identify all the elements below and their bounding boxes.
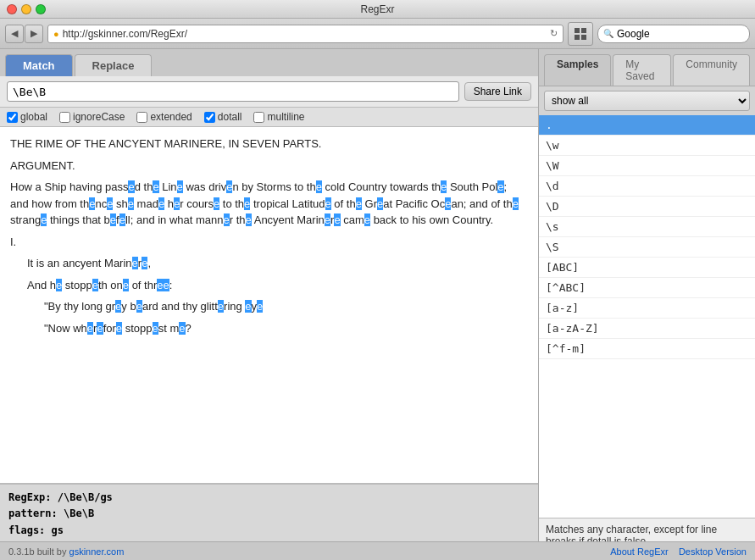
text-area[interactable]: THE RIME OF THE ANCYENT MARINERE, IN SEV…	[0, 127, 538, 484]
status-pattern: pattern: \Be\B	[8, 506, 530, 522]
flags-row: global ignoreCase extended dotall multil…	[0, 108, 538, 127]
bottom-bar: 0.3.1b built by gskinner.com About RegEx…	[0, 541, 755, 560]
global-checkbox[interactable]	[7, 112, 18, 123]
desktop-link[interactable]: Desktop Version	[679, 546, 747, 557]
regex-row: Share Link	[0, 76, 538, 108]
forward-button[interactable]: ▶	[25, 25, 43, 43]
regex-input[interactable]	[7, 81, 459, 102]
minimize-button[interactable]	[21, 4, 31, 14]
window-controls[interactable]	[7, 4, 46, 14]
text-line-7: "By thy long grey beard and thy glitteri…	[10, 298, 528, 315]
status-regexp: RegExp: /\Be\B/gs	[8, 490, 530, 506]
tab-community[interactable]: Community	[673, 54, 750, 86]
share-button[interactable]: Share Link	[464, 82, 531, 101]
flag-multiline[interactable]: multiline	[253, 111, 304, 123]
tab-bar: Match Replace	[0, 49, 538, 76]
close-button[interactable]	[7, 4, 17, 14]
list-item[interactable]: \S	[539, 237, 755, 258]
left-panel: Match Replace Share Link global ignoreCa…	[0, 49, 539, 560]
ignorecase-checkbox[interactable]	[59, 112, 70, 123]
reload-icon[interactable]: ↻	[550, 28, 558, 39]
url-bar[interactable]: ● http://gskinner.com/RegExr/ ↻	[47, 25, 563, 43]
text-line-1: THE RIME OF THE ANCYENT MARINERE, IN SEV…	[10, 136, 528, 152]
extension-button[interactable]	[568, 22, 593, 46]
browser-toolbar: ◀ ▶ ● http://gskinner.com/RegExr/ ↻ 🔍 Go…	[0, 19, 755, 49]
list-item[interactable]: [^f-m]	[539, 339, 755, 359]
search-placeholder: Google	[617, 28, 650, 40]
text-line-8: "Now wherefore stoppest me?	[10, 320, 528, 337]
list-item[interactable]: \D	[539, 197, 755, 217]
list-item[interactable]: [^ABC]	[539, 278, 755, 298]
sample-list[interactable]: . \w \W \d \D \s \S [ABC] [^ABC] [a-z] […	[539, 115, 755, 518]
tab-samples[interactable]: Samples	[544, 54, 611, 86]
svg-rect-2	[575, 35, 580, 40]
dotall-checkbox[interactable]	[204, 112, 215, 123]
right-panel: Samples My Saved Community show all . \w…	[539, 49, 755, 560]
text-line-4: I.	[10, 234, 528, 251]
show-all-dropdown[interactable]: show all	[544, 91, 750, 111]
svg-rect-1	[581, 28, 586, 33]
list-item[interactable]: \W	[539, 156, 755, 176]
author-link[interactable]: gskinner.com	[69, 546, 125, 557]
about-link[interactable]: About RegExr	[610, 546, 668, 557]
version-text: 0.3.1b built by gskinner.com	[8, 546, 124, 557]
bottom-right-links: About RegExr Desktop Version	[610, 546, 747, 557]
list-item[interactable]: [a-zA-Z]	[539, 319, 755, 339]
text-line-5: It is an ancyent Marinere,	[10, 255, 528, 272]
tab-my-saved[interactable]: My Saved	[613, 54, 671, 86]
multiline-checkbox[interactable]	[253, 112, 264, 123]
search-bar[interactable]: 🔍 Google	[597, 25, 750, 43]
flag-ignorecase[interactable]: ignoreCase	[59, 111, 125, 123]
list-item[interactable]: \d	[539, 176, 755, 197]
nav-buttons[interactable]: ◀ ▶	[5, 25, 43, 43]
list-item[interactable]: [a-z]	[539, 298, 755, 319]
tab-replace[interactable]: Replace	[75, 54, 153, 76]
text-line-3: How a Ship having passed the Line was dr…	[10, 179, 528, 229]
main-content: Match Replace Share Link global ignoreCa…	[0, 49, 755, 560]
status-flags: flags: gs	[8, 523, 530, 539]
url-text: http://gskinner.com/RegExr/	[63, 28, 550, 40]
list-item[interactable]: \w	[539, 136, 755, 156]
flag-extended[interactable]: extended	[136, 111, 192, 123]
dropdown-row: show all	[539, 86, 755, 115]
flag-dotall[interactable]: dotall	[204, 111, 242, 123]
svg-rect-3	[581, 35, 586, 40]
text-line-6: And he stoppeth one of three:	[10, 277, 528, 294]
extended-checkbox[interactable]	[136, 112, 147, 123]
back-button[interactable]: ◀	[5, 25, 24, 43]
maximize-button[interactable]	[36, 4, 46, 14]
title-bar: RegExr	[0, 0, 755, 19]
tab-match[interactable]: Match	[5, 54, 73, 76]
list-item[interactable]: [ABC]	[539, 258, 755, 278]
text-line-2: ARGUMENT.	[10, 158, 528, 175]
samples-tabs: Samples My Saved Community	[539, 49, 755, 86]
list-item[interactable]: .	[539, 115, 755, 136]
search-icon: 🔍	[603, 29, 613, 38]
list-item[interactable]: \s	[539, 217, 755, 237]
flag-global[interactable]: global	[7, 111, 47, 123]
svg-rect-0	[575, 28, 580, 33]
window-title: RegExr	[360, 3, 394, 15]
browser-icon: ●	[53, 29, 59, 39]
